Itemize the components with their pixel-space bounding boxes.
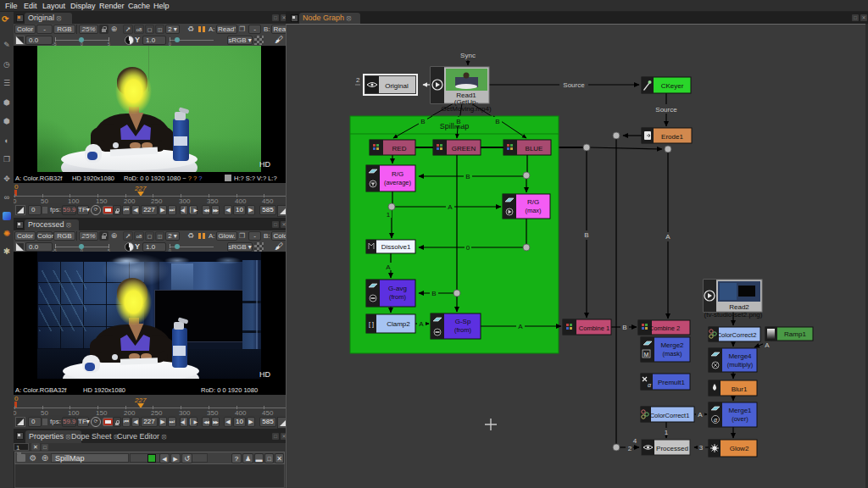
svg-text:Merge4: Merge4 xyxy=(728,352,752,360)
svg-text:A: A xyxy=(419,320,424,328)
svg-text:Source: Source xyxy=(563,81,585,89)
svg-text:GetMoving.mp4): GetMoving.mp4) xyxy=(441,105,491,113)
svg-text:A: A xyxy=(386,263,391,271)
svg-text:Blur1: Blur1 xyxy=(732,385,748,393)
svg-text:(average): (average) xyxy=(384,179,412,186)
svg-text:ColorCorrect1: ColorCorrect1 xyxy=(650,412,690,419)
svg-text:1: 1 xyxy=(387,211,391,219)
svg-text:(mask): (mask) xyxy=(663,350,682,358)
svg-text:0: 0 xyxy=(466,244,470,252)
svg-text:3: 3 xyxy=(699,444,704,452)
svg-text:(tv-studio-set2.png): (tv-studio-set2.png) xyxy=(704,311,763,319)
svg-text:(over): (over) xyxy=(732,415,748,423)
svg-text:A: A xyxy=(448,203,453,211)
svg-text:B: B xyxy=(456,118,460,125)
svg-text:BLUE: BLUE xyxy=(526,145,543,152)
svg-text:Source: Source xyxy=(655,106,677,114)
svg-text:Combine 1: Combine 1 xyxy=(579,324,609,332)
svg-text:(max): (max) xyxy=(525,207,542,214)
svg-text:(from): (from) xyxy=(454,326,471,334)
svg-text:Original: Original xyxy=(385,82,409,90)
svg-text:G-Sp: G-Sp xyxy=(455,318,471,325)
svg-text:A: A xyxy=(698,411,703,419)
svg-text:2: 2 xyxy=(628,445,632,452)
svg-text:(multiply): (multiply) xyxy=(727,361,754,369)
svg-text:Ramp1: Ramp1 xyxy=(784,330,806,338)
svg-text:Read2: Read2 xyxy=(729,303,749,311)
svg-text:Dissolve1: Dissolve1 xyxy=(381,243,411,251)
svg-text:B: B xyxy=(431,290,436,297)
svg-text:Erode1: Erode1 xyxy=(661,133,683,141)
svg-text:B: B xyxy=(622,324,626,331)
svg-text:Clamp2: Clamp2 xyxy=(387,320,410,328)
svg-text:A: A xyxy=(765,341,770,349)
svg-text:1: 1 xyxy=(665,429,669,436)
svg-text:[ ]: [ ] xyxy=(369,321,374,328)
svg-text:Sync: Sync xyxy=(460,52,476,59)
svg-text:Combine 2: Combine 2 xyxy=(649,324,680,332)
svg-text:B: B xyxy=(465,173,470,180)
svg-text:B: B xyxy=(584,231,588,239)
svg-text:Merge2: Merge2 xyxy=(660,341,684,349)
svg-text:2: 2 xyxy=(356,76,360,84)
svg-text:R/G: R/G xyxy=(392,170,403,178)
svg-text:Glow2: Glow2 xyxy=(730,445,749,452)
svg-text:GREEN: GREEN xyxy=(452,145,476,152)
svg-text:4: 4 xyxy=(633,437,637,445)
svg-text:B: B xyxy=(495,118,499,125)
svg-text:(from): (from) xyxy=(389,293,406,301)
svg-text:Merge1: Merge1 xyxy=(728,407,752,414)
svg-text:M: M xyxy=(644,352,649,358)
svg-text:RED: RED xyxy=(392,145,407,152)
svg-text:CKeyer: CKeyer xyxy=(661,82,684,90)
svg-text:A: A xyxy=(518,323,523,330)
svg-text:A: A xyxy=(665,233,670,241)
svg-text:G-avg: G-avg xyxy=(388,285,407,292)
svg-text:Premult1: Premult1 xyxy=(658,379,686,386)
svg-text:R/G: R/G xyxy=(527,198,539,206)
svg-text:Processed: Processed xyxy=(656,445,688,452)
svg-text:ColorCorrect2: ColorCorrect2 xyxy=(717,331,757,339)
svg-text:B: B xyxy=(420,118,425,125)
